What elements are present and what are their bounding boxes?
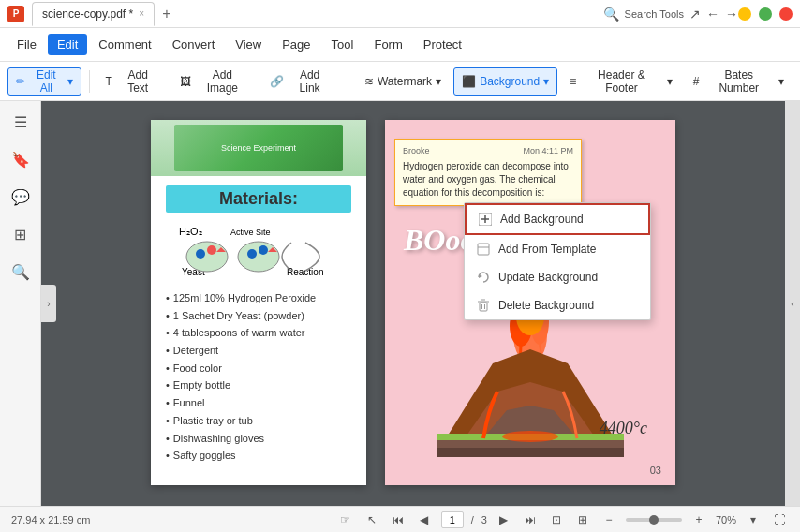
sticky-text: Hydrogen peroxide can decompose into wat… xyxy=(403,160,573,200)
menu-form[interactable]: Form xyxy=(364,34,411,55)
left-panel-collapse[interactable]: › xyxy=(41,285,56,322)
svg-point-5 xyxy=(196,249,205,259)
delete-background-item[interactable]: Delete Background xyxy=(465,291,650,319)
svg-rect-26 xyxy=(478,244,489,255)
list-item: •Detergent xyxy=(166,342,351,360)
minimize-button[interactable] xyxy=(738,7,751,21)
refresh-icon xyxy=(476,270,491,285)
svg-rect-21 xyxy=(437,448,624,457)
add-tab-button[interactable]: + xyxy=(156,4,177,24)
temperature-label: 4400°c xyxy=(600,419,647,438)
menu-comment[interactable]: Comment xyxy=(89,34,160,55)
menu-bar: File Edit Comment Convert View Page Tool… xyxy=(0,28,800,62)
first-page-button[interactable]: ⏮ xyxy=(389,510,407,529)
zoom-dropdown-button[interactable]: ▾ xyxy=(744,510,763,529)
panel-bookmark-icon[interactable]: 🔖 xyxy=(7,146,34,172)
sticky-time: Mon 4:11 PM xyxy=(523,145,573,157)
list-item: •Safty goggles xyxy=(166,447,351,465)
add-image-button[interactable]: 🖼 Add Image xyxy=(171,67,258,96)
prev-page-button[interactable]: ◀ xyxy=(415,510,434,529)
link-icon: 🔗 xyxy=(270,75,284,88)
zoom-in-button[interactable]: + xyxy=(689,510,708,529)
select-tool-button[interactable]: ↖ xyxy=(363,510,381,529)
update-background-item[interactable]: Update Background xyxy=(465,263,650,291)
search-tools-label: Search Tools xyxy=(625,8,684,20)
add-background-item[interactable]: Add Background xyxy=(465,203,650,235)
zoom-handle[interactable] xyxy=(649,515,659,525)
add-text-button[interactable]: T Add Text xyxy=(97,67,169,96)
menu-file[interactable]: File xyxy=(7,34,46,55)
svg-text:Reaction: Reaction xyxy=(287,267,323,277)
add-from-template-item[interactable]: Add From Template xyxy=(465,235,650,263)
background-dropdown: Add Background Add From Template Update … xyxy=(464,202,651,320)
background-button[interactable]: ⬛ Background ▾ xyxy=(453,67,557,96)
edit-all-button[interactable]: ✏ Edit All ▾ xyxy=(7,67,81,96)
bates-icon: # xyxy=(693,75,700,88)
list-item: •Dishwashing gloves xyxy=(166,430,351,448)
fullscreen-button[interactable]: ⛶ xyxy=(770,510,789,529)
template-icon xyxy=(476,242,491,257)
separator-1 xyxy=(89,70,90,93)
page-number-input[interactable] xyxy=(441,511,464,528)
add-link-button[interactable]: 🔗 Add Link xyxy=(261,67,340,96)
page-separator: / xyxy=(471,514,474,525)
search-tools-icon[interactable]: 🔍 xyxy=(603,7,619,22)
menu-convert[interactable]: Convert xyxy=(163,34,225,55)
svg-marker-28 xyxy=(479,274,482,278)
svg-rect-29 xyxy=(480,303,487,311)
menu-protect[interactable]: Protect xyxy=(414,34,471,55)
close-button[interactable] xyxy=(779,7,793,21)
titlebar-icons: 🔍 Search Tools ↗ ← → xyxy=(603,7,738,22)
page-header-image: Science Experiment xyxy=(151,120,366,176)
enzyme-diagram: H₂O₂ Active Site Yeast Reaction xyxy=(166,224,351,280)
text-icon: T xyxy=(106,75,112,88)
watermark-button[interactable]: ≋ Watermark ▾ xyxy=(356,67,450,96)
list-item: •Funnel xyxy=(166,394,351,412)
pdf-viewer: Science Experiment Materials: H₂O₂ Activ… xyxy=(41,101,785,506)
menu-page[interactable]: Page xyxy=(273,34,319,55)
window-controls xyxy=(738,7,793,21)
panel-pages-icon[interactable]: ⊞ xyxy=(7,221,34,247)
svg-point-4 xyxy=(186,242,228,272)
svg-point-8 xyxy=(238,242,279,272)
panel-comment-icon[interactable]: 💬 xyxy=(7,184,34,210)
header-icon: ≡ xyxy=(570,75,576,88)
last-page-button[interactable]: ⏭ xyxy=(521,510,540,529)
materials-title: Materials: xyxy=(166,185,351,213)
status-bar: 27.94 x 21.59 cm ☞ ↖ ⏮ ◀ / 3 ▶ ⏭ ⊡ ⊞ − +… xyxy=(0,506,800,532)
list-item: •1 Sachet Dry Yeast (powder) xyxy=(166,307,351,325)
add-background-label: Add Background xyxy=(500,213,584,226)
menu-view[interactable]: View xyxy=(226,34,271,55)
separator-2 xyxy=(348,70,348,93)
toolbar: ✏ Edit All ▾ T Add Text 🖼 Add Image 🔗 Ad… xyxy=(0,62,800,101)
panel-navigation-icon[interactable]: ☰ xyxy=(7,109,34,135)
zoom-slider[interactable] xyxy=(626,518,682,522)
share-icon[interactable]: ↗ xyxy=(689,7,701,22)
header-footer-button[interactable]: ≡ Header & Footer ▾ xyxy=(561,67,681,96)
list-item: •4 tablespoons of warm water xyxy=(166,324,351,342)
svg-text:H₂O₂: H₂O₂ xyxy=(179,226,202,237)
svg-point-22 xyxy=(502,431,558,442)
maximize-button[interactable] xyxy=(759,7,772,21)
background-icon: ⬛ xyxy=(462,75,476,88)
next-page-button[interactable]: ▶ xyxy=(495,510,513,529)
hand-tool-button[interactable]: ☞ xyxy=(336,510,355,529)
menu-edit[interactable]: Edit xyxy=(48,34,87,55)
menu-tool[interactable]: Tool xyxy=(322,34,363,55)
list-item: •125ml 10% Hydrogen Peroxide xyxy=(166,289,351,307)
left-panel: ☰ 🔖 💬 ⊞ 🔍 xyxy=(0,101,41,506)
image-icon: 🖼 xyxy=(180,75,191,88)
tab-science-copy[interactable]: science-copy.pdf * × xyxy=(32,2,155,26)
zoom-out-button[interactable]: − xyxy=(600,510,618,529)
fit-width-button[interactable]: ⊞ xyxy=(573,510,592,529)
status-right: ☞ ↖ ⏮ ◀ / 3 ▶ ⏭ ⊡ ⊞ − + 70% ▾ ⛶ xyxy=(336,510,789,529)
panel-search-icon[interactable]: 🔍 xyxy=(7,259,34,285)
svg-point-9 xyxy=(247,249,257,259)
right-panel-handle[interactable]: ‹ xyxy=(785,101,800,506)
delete-background-label: Delete Background xyxy=(498,299,594,312)
forward-icon[interactable]: → xyxy=(725,7,738,22)
tab-close-icon[interactable]: × xyxy=(139,8,144,19)
bates-number-button[interactable]: # Bates Number ▾ xyxy=(685,67,793,96)
fit-page-button[interactable]: ⊡ xyxy=(547,510,566,529)
back-icon[interactable]: ← xyxy=(706,7,719,22)
